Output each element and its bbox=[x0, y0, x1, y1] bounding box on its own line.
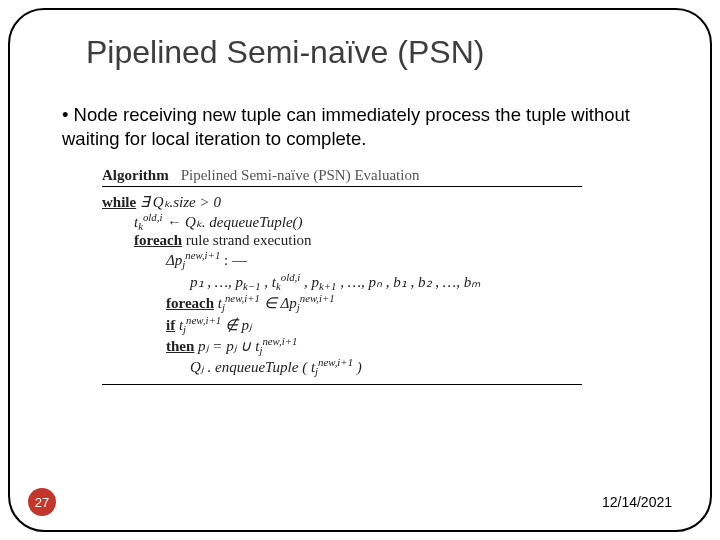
slide-frame: Pipelined Semi-naïve (PSN) • Node receiv… bbox=[8, 8, 712, 532]
algo-delta-head: Δpjnew,i+1 : — bbox=[102, 249, 582, 270]
slide-title: Pipelined Semi-naïve (PSN) bbox=[10, 34, 710, 79]
slide-footer: 27 12/14/2021 bbox=[10, 488, 710, 516]
page-number-badge: 27 bbox=[28, 488, 56, 516]
algo-if: if tjnew,i+1 ∉ pⱼ bbox=[102, 314, 582, 335]
algo-rule-body: p₁ , …, pk−1 , tkold,i , pk+1 , …, pₙ , … bbox=[102, 271, 582, 292]
slide-date: 12/14/2021 bbox=[602, 494, 672, 510]
algo-while: while ∃ Qₖ.size > 0 bbox=[102, 193, 582, 211]
algorithm-label: Algorithm bbox=[102, 167, 169, 184]
algo-dequeue: tkold,i ← Qₖ. dequeueTuple() bbox=[102, 211, 582, 232]
algo-foreach-rule: foreach rule strand execution bbox=[102, 232, 582, 249]
algorithm-header: Algorithm Pipelined Semi-naïve (PSN) Eva… bbox=[102, 167, 582, 187]
algo-then: then pⱼ = pⱼ ∪ tjnew,i+1 bbox=[102, 335, 582, 356]
algorithm-block: Algorithm Pipelined Semi-naïve (PSN) Eva… bbox=[102, 167, 582, 385]
algorithm-caption: Pipelined Semi-naïve (PSN) Evaluation bbox=[181, 167, 420, 184]
algo-enqueue: Qⱼ . enqueueTuple ( tjnew,i+1 ) bbox=[102, 356, 582, 377]
bullet-text: • Node receiving new tuple can immediate… bbox=[10, 79, 710, 151]
algorithm-body: while ∃ Qₖ.size > 0 tkold,i ← Qₖ. dequeu… bbox=[102, 191, 582, 385]
algo-foreach-t: foreach tjnew,i+1 ∈ Δpjnew,i+1 bbox=[102, 292, 582, 313]
